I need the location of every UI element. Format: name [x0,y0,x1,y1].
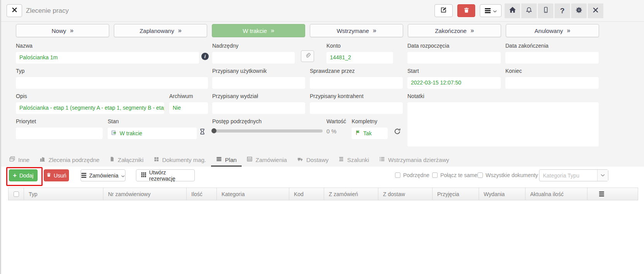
sprawdzane-przez-input[interactable] [310,77,403,89]
tab-plan[interactable]: Plan [211,153,242,167]
tab-szalunki[interactable]: Szalunki [333,153,374,167]
stan-input[interactable]: W trakcie [108,128,197,139]
column-header-kod[interactable]: Kod [289,188,324,200]
mobile-icon [543,7,549,15]
close-window-button[interactable] [588,3,603,18]
konto-input[interactable]: 14481_2 [326,52,393,64]
opis-input[interactable]: Palościanka - etap 1 (segmenty A - etap … [16,102,164,114]
close-icon [592,7,599,15]
menu-icon [599,191,604,196]
list-icon [216,156,222,163]
column-header-kategoria[interactable]: Kategoria [217,188,289,200]
state-button-w-trakcie[interactable]: W trakcie» [212,24,305,37]
formwork-icon [338,156,344,163]
close-panel-button[interactable] [7,4,22,17]
grid-body-empty[interactable] [8,200,637,274]
tab-dokumenty-mag[interactable]: Dokumenty mag. [149,153,211,167]
tab-inne[interactable]: Inne [4,153,34,167]
tab-zalaczniki[interactable]: Załączniki [105,153,149,167]
info-icon[interactable]: i [201,53,209,60]
checkbox-icon [14,191,19,197]
more-actions-button[interactable] [480,4,501,17]
home-icon [509,6,516,16]
column-header-nr-zamowieniowy[interactable]: Nr zamówieniowy [103,188,187,200]
mobile-button[interactable] [538,3,553,18]
add-button[interactable]: + Dodaj [9,169,38,181]
state-button-wstrzymane[interactable]: Wstrzymane» [310,24,403,37]
tab-dostawy[interactable]: Dostawy [292,153,334,167]
data-zakonczenia-input[interactable] [505,52,599,64]
progress-slider-handle[interactable] [211,128,216,133]
refresh-icon[interactable] [394,128,401,136]
create-reservation-button[interactable]: Utwórz rezerwację [136,169,195,181]
field-label-nazwa: Nazwa [16,43,199,49]
grid-dots-icon [141,172,146,179]
field-label-koniec: Koniec [505,68,599,74]
select-all-checkbox[interactable] [9,188,24,200]
grid-icon [154,157,159,163]
przypisany-wydzial-input[interactable] [212,102,305,114]
przypisany-kontrahent-input[interactable] [310,102,403,114]
work-order-window: Zlecenie pracy ? [0,0,644,274]
state-button-zaplanowany[interactable]: Zaplanowany» [114,24,207,37]
notifications-button[interactable] [521,3,537,18]
tab-wstrzymania-dzierzawy[interactable]: Wstrzymania dzierżawy [374,153,454,167]
chevron-down-icon [121,172,125,179]
checkbox-wszystkie-dokumenty[interactable]: Wszystkie dokumenty [477,172,538,178]
start-input[interactable]: 2022-03-15 12:07:50 [407,77,501,89]
chevron-down-icon [493,7,497,14]
nazwa-input[interactable]: Palościanka 1m [16,52,199,64]
orders-dropdown-button[interactable]: Zamówienia [81,169,125,181]
column-header-wydania[interactable]: Wydania [479,188,526,200]
remove-button[interactable]: Usuń [44,169,69,181]
column-options-button[interactable] [587,188,638,200]
window-icon [9,156,15,163]
plus-icon: + [13,172,17,179]
chevron-down-icon [597,170,608,181]
checkbox-polacz-te-same[interactable]: Połącz te same [432,172,477,178]
state-button-anulowany[interactable]: Anulowany» [506,24,599,37]
column-header-ilosc[interactable]: Ilość [187,188,217,200]
menu-icon [81,173,86,177]
delete-button[interactable] [457,4,475,17]
column-header-z-zamowien[interactable]: Z zamówień [324,188,378,200]
column-header-z-dostaw[interactable]: Z dostaw [378,188,433,200]
home-button[interactable] [505,3,520,18]
file-icon [110,156,115,163]
gear-icon [575,7,582,16]
field-label-sprawdzane-przez: Sprawdzane przez [310,68,403,74]
column-header-typ[interactable]: Typ [24,188,103,200]
field-label-start: Start [407,68,501,74]
priorytet-input[interactable] [16,128,103,139]
flag-icon [355,130,361,137]
archiwum-input[interactable]: Nie [169,102,208,114]
category-type-select[interactable]: Kategoria Typu [539,169,608,181]
koniec-input[interactable] [505,77,599,89]
link-parent-button[interactable] [301,50,314,62]
column-header-przyjecia[interactable]: Przyjęcia [433,188,479,200]
help-button[interactable]: ? [555,3,570,18]
building-icon [39,156,45,163]
column-header-aktualna-ilosc[interactable]: Aktualna ilość [526,188,587,200]
top-bar: Zlecenie pracy ? [1,0,644,22]
przypisany-uzytkownik-input[interactable] [212,77,305,89]
hourglass-icon[interactable] [199,128,206,137]
edit-button[interactable] [434,4,453,17]
question-icon: ? [560,7,565,15]
progress-slider[interactable] [212,129,323,133]
double-arrow-icon: » [178,27,182,34]
tab-zamowienia[interactable]: Zamówienia [242,153,292,167]
tab-zlecenia-podrzedne[interactable]: Zlecenia podrzędne [34,153,105,167]
settings-button[interactable] [571,3,587,18]
checkbox-podrzedne[interactable]: Podrzędne [395,172,429,178]
notatki-textarea[interactable] [407,102,599,146]
state-button-nowy[interactable]: Nowy» [16,24,109,37]
field-label-notatki: Notatki [407,93,599,99]
state-button-zakonczone[interactable]: Zakończone» [408,24,501,37]
typ-input[interactable] [16,77,208,89]
kompletny-input[interactable]: Tak [352,128,388,139]
workflow-state-bar: Nowy» Zaplanowany» W trakcie» Wstrzymane… [16,24,599,37]
data-rozpoczecia-input[interactable] [407,52,501,64]
trash-icon [46,172,51,179]
nadrzedny-input[interactable] [212,52,295,64]
